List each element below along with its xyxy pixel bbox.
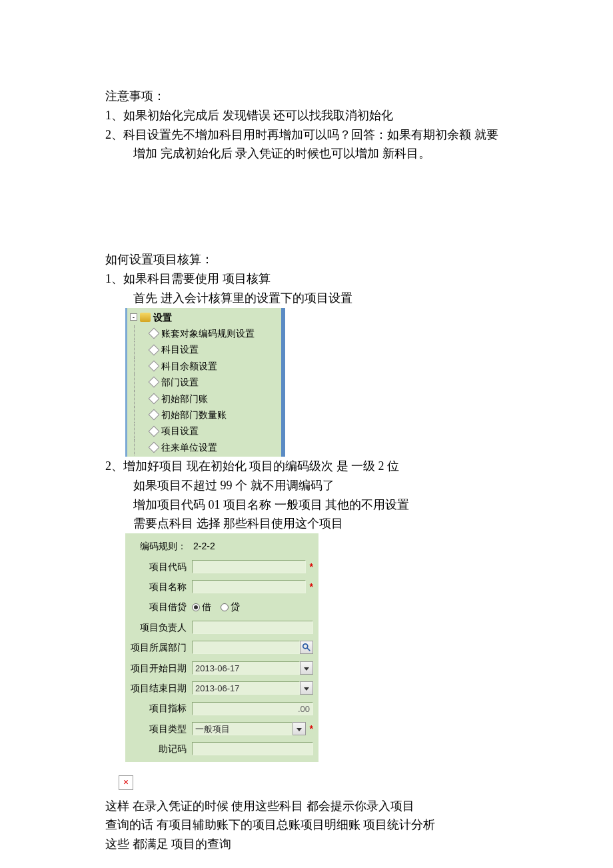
end-date-dropdown[interactable] bbox=[300, 681, 313, 695]
label-target: 项目指标 bbox=[131, 701, 189, 715]
howto-step1-l2: 首先 进入会计核算里的设置下的项目设置 bbox=[105, 289, 560, 308]
leaf-icon bbox=[149, 344, 160, 355]
end-date-input[interactable]: 2013-06-17 bbox=[192, 681, 300, 695]
label-start: 项目开始日期 bbox=[131, 661, 189, 675]
tree-item-encoding-rules[interactable]: 账套对象编码规则设置 bbox=[127, 325, 281, 341]
tree-root-label: 设置 bbox=[153, 310, 172, 325]
howto-step1-l1: 1、如果科目需要使用 项目核算 bbox=[105, 269, 560, 289]
label-dept: 项目所属部门 bbox=[131, 640, 189, 655]
row-debit-credit: 项目借贷 借 贷 bbox=[125, 597, 318, 617]
radio-icon bbox=[192, 603, 200, 611]
tail-l2: 查询的话 有项目辅助账下的项目总账项目明细账 项目统计分析 bbox=[105, 815, 560, 835]
leaf-icon bbox=[149, 425, 160, 437]
notes-item-2-cont: 增加 完成初始化后 录入凭证的时候也可以增加 新科目。 bbox=[105, 144, 560, 163]
leaf-icon bbox=[149, 409, 160, 421]
type-select[interactable]: 一般项目 bbox=[192, 722, 293, 735]
value-rule: 2-2-2 bbox=[192, 539, 215, 553]
notes-section: 注意事项： 1、如果初始化完成后 发现错误 还可以找我取消初始化 2、科目设置先… bbox=[105, 87, 560, 163]
tree-item-init-dept-qty[interactable]: 初始部门数量账 bbox=[127, 407, 281, 423]
tail-l3: 这些 都满足 项目的查询 bbox=[105, 835, 560, 854]
label-rule: 编码规则： bbox=[131, 539, 189, 553]
leaf-icon bbox=[149, 328, 160, 339]
radio-credit[interactable]: 贷 bbox=[221, 599, 240, 614]
start-date-input[interactable]: 2013-06-17 bbox=[192, 661, 300, 675]
label-code: 项目代码 bbox=[131, 559, 189, 574]
radio-icon bbox=[221, 603, 229, 611]
owner-input[interactable] bbox=[192, 621, 313, 634]
broken-image-icon: × bbox=[123, 777, 129, 787]
required-mark: * bbox=[308, 579, 313, 594]
folder-icon bbox=[140, 313, 151, 322]
leaf-icon bbox=[149, 360, 160, 371]
row-start-date: 项目开始日期 2013-06-17 bbox=[125, 658, 318, 678]
howto-step2-l3: 增加项目代码 01 项目名称 一般项目 其他的不用设置 bbox=[105, 495, 560, 515]
label-type: 项目类型 bbox=[131, 721, 189, 736]
tree-item-subject-settings[interactable]: 科目设置 bbox=[127, 341, 281, 357]
svg-line-1 bbox=[307, 648, 310, 651]
required-mark: * bbox=[308, 559, 313, 574]
row-project-name: 项目名称 * bbox=[125, 577, 318, 597]
howto-heading: 如何设置项目核算： bbox=[105, 250, 560, 269]
label-mnem: 助记码 bbox=[131, 741, 189, 756]
dept-input[interactable] bbox=[192, 641, 300, 654]
collapse-icon[interactable]: - bbox=[130, 313, 137, 321]
notes-heading: 注意事项： bbox=[105, 87, 560, 106]
svg-point-0 bbox=[303, 644, 308, 649]
howto-step2-l4: 需要点科目 选择 那些科目使用这个项目 bbox=[105, 514, 560, 533]
search-icon bbox=[302, 643, 311, 652]
tree-item-project-settings[interactable]: 项目设置 bbox=[127, 423, 281, 439]
radio-debit[interactable]: 借 bbox=[192, 599, 211, 614]
leaf-icon bbox=[149, 393, 160, 404]
label-drcr: 项目借贷 bbox=[131, 599, 189, 614]
tree-item-unit-settings[interactable]: 往来单位设置 bbox=[127, 439, 281, 455]
tree-item-init-dept[interactable]: 初始部门账 bbox=[127, 391, 281, 407]
project-name-input[interactable] bbox=[192, 580, 306, 593]
mnemonic-input[interactable] bbox=[192, 742, 313, 755]
row-project-code: 项目代码 * bbox=[125, 557, 318, 577]
tree-root-node[interactable]: - 设置 bbox=[127, 309, 281, 325]
project-code-input[interactable] bbox=[192, 560, 306, 573]
tree-item-balance-settings[interactable]: 科目余额设置 bbox=[127, 358, 281, 374]
settings-tree: - 设置 账套对象编码规则设置 科目设置 科目余额设置 部门设置 初始部门账 初… bbox=[125, 308, 285, 457]
row-end-date: 项目结束日期 2013-06-17 bbox=[125, 678, 318, 698]
type-dropdown[interactable] bbox=[293, 722, 306, 735]
target-input[interactable]: .00 bbox=[192, 702, 313, 715]
label-owner: 项目负责人 bbox=[131, 620, 189, 635]
required-mark: * bbox=[308, 721, 313, 736]
row-type: 项目类型 一般项目 * bbox=[125, 719, 318, 739]
leaf-icon bbox=[149, 441, 160, 453]
label-end: 项目结束日期 bbox=[131, 681, 189, 695]
broken-image-placeholder: × bbox=[119, 775, 133, 790]
start-date-dropdown[interactable] bbox=[300, 661, 313, 675]
tree-item-dept-settings[interactable]: 部门设置 bbox=[127, 374, 281, 390]
leaf-icon bbox=[149, 377, 160, 388]
dept-lookup-button[interactable] bbox=[300, 641, 313, 654]
row-owner: 项目负责人 bbox=[125, 617, 318, 637]
row-target: 项目指标 .00 bbox=[125, 698, 318, 718]
row-department: 项目所属部门 bbox=[125, 637, 318, 657]
row-mnemonic: 助记码 bbox=[125, 739, 318, 759]
notes-item-1: 1、如果初始化完成后 发现错误 还可以找我取消初始化 bbox=[105, 106, 560, 125]
tail-l1: 这样 在录入凭证的时候 使用这些科目 都会提示你录入项目 bbox=[105, 797, 560, 816]
howto-step2-l2: 如果项目不超过 99 个 就不用调编码了 bbox=[105, 476, 560, 495]
label-name: 项目名称 bbox=[131, 579, 189, 594]
howto-step2-l1: 2、增加好项目 现在初始化 项目的编码级次 是 一级 2 位 bbox=[105, 457, 560, 476]
project-form: 编码规则： 2-2-2 项目代码 * 项目名称 * 项目借贷 借 贷 项目负责人… bbox=[125, 533, 318, 761]
notes-item-2: 2、科目设置先不增加科目用时再增加可以吗？回答：如果有期初余额 就要 bbox=[105, 125, 560, 145]
row-encoding-rule: 编码规则： 2-2-2 bbox=[125, 536, 318, 556]
